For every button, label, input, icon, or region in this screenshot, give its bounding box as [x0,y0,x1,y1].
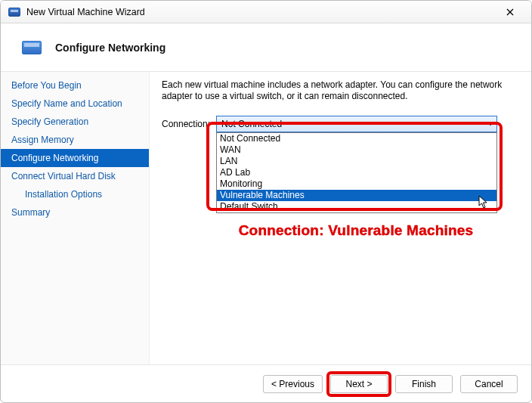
titlebar: New Virtual Machine Wizard [1,1,531,23]
cancel-button[interactable]: Cancel [460,375,518,393]
wizard-body: Before You Begin Specify Name and Locati… [1,72,531,364]
previous-button[interactable]: < Previous [263,375,323,393]
window-title: New Virtual Machine Wizard [26,7,145,17]
option-lan[interactable]: LAN [217,156,496,167]
monitor-icon [22,41,42,54]
wizard-footer: < Previous Next > Finish Cancel [1,364,531,402]
intro-text: Each new virtual machine includes a netw… [162,79,509,102]
step-configure-networking[interactable]: Configure Networking [1,149,149,167]
option-ad-lab[interactable]: AD Lab [217,167,496,178]
page-title: Configure Networking [55,42,165,54]
finish-button[interactable]: Finish [395,375,453,393]
step-sidebar: Before You Begin Specify Name and Locati… [1,72,150,364]
option-monitoring[interactable]: Monitoring [217,178,496,190]
close-button[interactable] [495,2,525,23]
step-connect-vhd[interactable]: Connect Virtual Hard Disk [1,167,149,185]
wizard-window: New Virtual Machine Wizard Configure Net… [0,0,532,403]
option-default-switch[interactable]: Default Switch [217,201,496,212]
step-installation-options[interactable]: Installation Options [1,185,149,203]
chevron-down-icon [487,122,493,126]
connection-combobox[interactable]: Not Connected [216,116,497,132]
next-button-wrap: Next > [330,375,388,393]
connection-combobox-value: Not Connected [221,119,282,129]
step-summary[interactable]: Summary [1,203,149,222]
annotation-caption-wrap: Connection: Vulnerable Machines [212,222,500,239]
connection-dropdown: Not Connected WAN LAN AD Lab Monitoring … [216,132,497,213]
step-specify-name-location[interactable]: Specify Name and Location [1,95,149,113]
option-vulnerable-machines[interactable]: Vulnerable Machines [217,190,496,201]
annotation-caption: Connection: Vulnerable Machines [212,222,500,239]
option-wan[interactable]: WAN [217,144,496,156]
next-button[interactable]: Next > [330,375,388,393]
option-not-connected[interactable]: Not Connected [217,133,496,144]
step-assign-memory[interactable]: Assign Memory [1,131,149,149]
step-specify-generation[interactable]: Specify Generation [1,113,149,131]
close-icon [506,8,514,16]
connection-label: Connection: [162,116,210,129]
connection-combo-wrap: Not Connected Not Connected WAN LAN AD L… [216,116,497,132]
step-before-you-begin[interactable]: Before You Begin [1,76,149,95]
connection-row: Connection: Not Connected Not Connected … [162,116,513,132]
main-panel: Each new virtual machine includes a netw… [150,72,531,364]
app-icon [8,8,20,17]
page-header: Configure Networking [1,23,531,72]
